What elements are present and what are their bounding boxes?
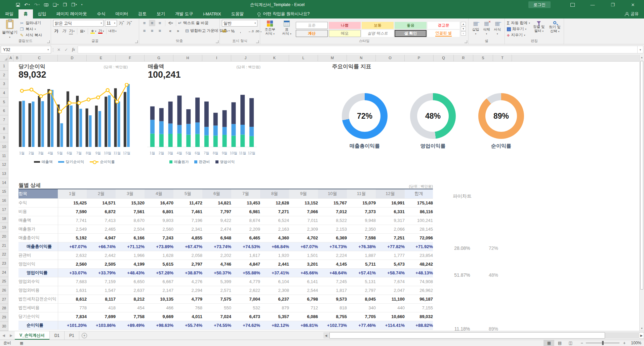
cell-영업외수익-2월[interactable]: 7,159 [87,277,116,286]
cell-영업외비용-12월[interactable]: 2,047 [376,286,405,295]
cell-순이익률-2월[interactable]: +103.86% [87,321,116,330]
row-header-12[interactable]: 12 [0,160,8,169]
cell-영업외비용-8월[interactable]: 2,308 [260,286,289,295]
cell-매출액-12월[interactable]: 9,317 [376,216,405,225]
zoom-slider-thumb[interactable] [602,341,604,345]
row-label-매출원가[interactable]: 매출원가 [18,225,58,233]
paste-button[interactable]: 붙여넣기 ▾ [2,20,17,39]
cell-영업외수익-8월[interactable]: 6,104 [260,277,289,286]
wrap-text-button[interactable]: ↵텍스트 줄 바꿈 [178,21,208,26]
row-header-22[interactable]: 22 [0,250,8,259]
cell-법인세비용-5월[interactable]: 768 [173,303,202,312]
table-header-8월[interactable]: 8월 [260,189,289,198]
cell-수익-6월[interactable]: 14,821 [202,198,231,207]
select-all-corner[interactable] [0,55,8,62]
cell-수익-12월[interactable]: 16,991 [376,198,405,207]
alignment-dialog-launcher[interactable] [216,40,218,43]
copy-button[interactable]: ❐복사▾ [19,27,42,32]
cell-매출총이익-2월[interactable]: 4,947 [87,233,116,242]
cell-매출원가-5월[interactable]: 2,341 [173,225,202,233]
cell-영업외비용-1월[interactable]: 1,631 [58,286,87,295]
fill-button[interactable]: ↓채우기▾ [507,27,530,32]
cancel-formula-icon[interactable]: ✕ [57,47,61,52]
delete-cells-button[interactable]: ▦✕ 삭제▾ [481,20,491,39]
style-cell-메모[interactable]: 메모 [329,30,361,37]
row-label-비용[interactable]: 비용 [18,207,58,216]
cell-법인세차감전순이익-8월[interactable]: 6,237 [260,295,289,303]
cell-매출액-4월[interactable]: 9,803 [145,216,173,225]
formula-bar-expand-icon[interactable]: ▾ [637,46,643,53]
column-header-F[interactable]: F [116,55,145,62]
ribbon-tab-홈[interactable]: 홈 [18,9,33,18]
table-header-2월[interactable]: 2월 [87,189,116,198]
cell-판관비-2월[interactable]: 2,442 [87,251,116,260]
cell-법인세차감전순이익-total[interactable]: 96,187 [405,295,433,303]
cell-영업외수익-7월[interactable]: 4,779 [231,277,260,286]
column-header-T[interactable]: T [493,55,512,62]
cell-매출총이익-7월[interactable]: 6,465 [231,233,260,242]
cell-매출원가-11월[interactable]: 2,350 [347,225,376,233]
scroll-left-icon[interactable]: ◀ [323,332,329,339]
cell-영업이익률-12월[interactable]: +58.74% [376,268,405,277]
number-format-combo[interactable]: 일반▾ [222,20,257,27]
horizontal-scrollbar[interactable]: ◀ ▶ [323,332,639,339]
cell-순이익률-10월[interactable]: +102.73% [318,321,347,330]
cell-매출총이익-1월[interactable]: 5,192 [58,233,87,242]
cell-영업이익-5월[interactable]: 2,797 [173,260,202,268]
cell-영업이익률-10월[interactable]: +48.64% [318,268,347,277]
cell-수익-3월[interactable]: 15,320 [116,198,145,207]
style-cell-표준[interactable]: 표준 [296,22,328,29]
row-header-4[interactable]: 4 [0,88,8,98]
insert-cells-button[interactable]: ▦← 삽입▾ [471,20,481,39]
row-label-법인세차감전순이익[interactable]: 법인세차감전순이익 [18,295,58,303]
cell-법인세비용-12월[interactable]: 440 [376,303,405,312]
cell-법인세차감전순이익-7월[interactable]: 7,004 [231,295,260,303]
cell-당기순이익-9월[interactable]: 6,086 [289,312,318,321]
cell-매출총이익률-1월[interactable]: +67.07% [58,242,87,251]
net-income-chart[interactable]: 1월2월3월4월5월6월7월8월9월10월11월12월 매출액당기순이익순이익률 [15,83,133,164]
row-label-영업이익[interactable]: 영업이익 [18,260,58,268]
vertical-scroll-thumb[interactable] [640,61,643,290]
cell-수익-total[interactable]: 175,148 [405,198,433,207]
table-header-12월[interactable]: 12월 [376,189,405,198]
cell-영업이익-6월[interactable]: 4,746 [202,260,231,268]
cell-매출총이익-6월[interactable]: 6,948 [202,233,231,242]
cell-영업외수익-4월[interactable]: 6,667 [145,277,173,286]
login-button[interactable]: 로그인 [528,1,551,8]
increase-decimal-button[interactable]: ←.0 [248,28,254,34]
sort-filter-button[interactable]: 정렬 및필터 ▾ [532,20,546,39]
row-header-16[interactable]: 16 [0,196,8,205]
cell-영업외비용-2월[interactable]: 1,547 [87,286,116,295]
style-cell-셀 확인[interactable]: 셀 확인 [395,30,427,37]
ribbon-tab-파일[interactable]: 파일 [0,9,18,18]
zoom-out-icon[interactable]: − [580,341,583,346]
row-header-15[interactable]: 15 [0,187,8,196]
style-cell-좋음[interactable]: 좋음 [395,22,427,29]
cell-매출총이익률-11월[interactable]: +76.38% [347,242,376,251]
insert-function-icon[interactable]: fx [72,47,75,52]
cell-영업외수익-11월[interactable]: 5,131 [347,277,376,286]
cell-판관비-10월[interactable]: 2,224 [318,251,347,260]
cell-매출액-2월[interactable]: 7,413 [87,216,116,225]
donut-순이익률[interactable]: 89% [478,93,524,139]
next-sheet-icon[interactable]: ▶ [7,331,15,340]
cell-수익-1월[interactable]: 15,425 [58,198,87,207]
left-align-button[interactable]: ≡ [141,28,148,34]
cell-법인세차감전순이익-6월[interactable]: 7,575 [202,295,231,303]
cell-영업외수익-9월[interactable]: 6,141 [289,277,318,286]
style-cell-설명 텍스트[interactable]: 설명 텍스트 [362,30,394,37]
cell-당기순이익-3월[interactable]: 7,758 [116,312,145,321]
cell-순이익률-1월[interactable]: +101.20% [58,321,87,330]
conditional-formatting-button[interactable]: 조건부서식 ▾ [262,20,278,39]
cell-매출원가-12월[interactable]: 2,066 [376,225,405,233]
cell-순이익률-12월[interactable]: +114.41% [376,321,405,330]
format-cells-button[interactable]: ▦↔ 서식▾ [492,20,502,39]
cell-순이익률-3월[interactable]: +89.49% [116,321,145,330]
table-header-9월[interactable]: 9월 [289,189,318,198]
cell-영업이익-4월[interactable]: 5,615 [145,260,173,268]
font-color-button[interactable]: 가▾ [98,28,104,34]
column-header-A[interactable]: A [8,55,13,62]
column-header-B[interactable]: B [13,55,21,62]
table-header-10월[interactable]: 10월 [318,189,347,198]
row-header-26[interactable]: 26 [0,286,8,295]
